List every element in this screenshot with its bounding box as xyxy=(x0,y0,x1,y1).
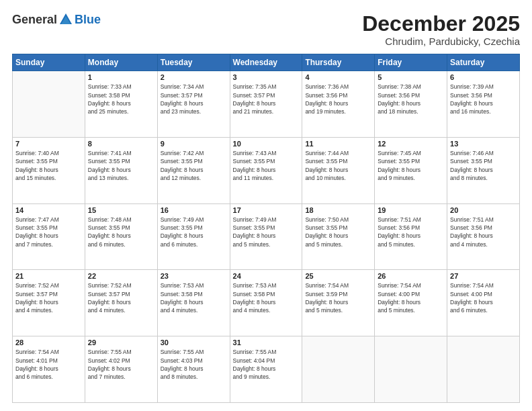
day-number: 28 xyxy=(15,338,82,347)
day-cell: 27Sunrise: 7:54 AMSunset: 4:00 PMDayligh… xyxy=(447,270,520,336)
logo-general: General xyxy=(12,13,57,27)
day-info: Sunrise: 7:54 AMSunset: 4:00 PMDaylight:… xyxy=(450,281,517,314)
day-cell xyxy=(13,71,85,138)
day-cell: 18Sunrise: 7:50 AMSunset: 3:55 PMDayligh… xyxy=(302,203,375,270)
day-number: 8 xyxy=(88,140,154,148)
logo-icon xyxy=(58,12,73,27)
day-number: 20 xyxy=(450,206,517,214)
location: Chrudim, Pardubicky, Czechia xyxy=(362,36,520,47)
day-cell: 15Sunrise: 7:48 AMSunset: 3:55 PMDayligh… xyxy=(85,203,157,270)
week-row-4: 21Sunrise: 7:52 AMSunset: 3:57 PMDayligh… xyxy=(13,270,520,336)
day-number: 21 xyxy=(15,272,82,280)
day-number: 19 xyxy=(378,206,444,214)
day-cell xyxy=(302,336,375,403)
day-number: 12 xyxy=(378,140,444,148)
week-row-5: 28Sunrise: 7:54 AMSunset: 4:01 PMDayligh… xyxy=(13,336,520,403)
day-number: 31 xyxy=(233,338,300,347)
day-number: 5 xyxy=(378,73,444,81)
day-number: 25 xyxy=(305,272,371,280)
day-number: 3 xyxy=(233,73,300,81)
week-row-1: 1Sunrise: 7:33 AMSunset: 3:58 PMDaylight… xyxy=(13,71,520,138)
day-info: Sunrise: 7:47 AMSunset: 3:55 PMDaylight:… xyxy=(15,216,82,248)
month-title: December 2025 xyxy=(362,12,520,36)
day-info: Sunrise: 7:48 AMSunset: 3:55 PMDaylight:… xyxy=(88,216,154,248)
day-info: Sunrise: 7:53 AMSunset: 3:58 PMDaylight:… xyxy=(233,281,300,314)
day-cell: 13Sunrise: 7:46 AMSunset: 3:55 PMDayligh… xyxy=(447,137,520,203)
day-info: Sunrise: 7:40 AMSunset: 3:55 PMDaylight:… xyxy=(15,149,82,182)
day-cell: 5Sunrise: 7:38 AMSunset: 3:56 PMDaylight… xyxy=(375,71,447,138)
day-info: Sunrise: 7:54 AMSunset: 4:01 PMDaylight:… xyxy=(15,348,82,381)
day-number: 15 xyxy=(88,206,154,214)
day-cell: 22Sunrise: 7:52 AMSunset: 3:57 PMDayligh… xyxy=(85,270,157,336)
day-info: Sunrise: 7:41 AMSunset: 3:55 PMDaylight:… xyxy=(88,149,154,182)
week-row-3: 14Sunrise: 7:47 AMSunset: 3:55 PMDayligh… xyxy=(13,203,520,270)
day-number: 29 xyxy=(88,338,154,347)
day-cell: 3Sunrise: 7:35 AMSunset: 3:57 PMDaylight… xyxy=(230,71,302,138)
col-thursday: Thursday xyxy=(302,54,375,71)
day-info: Sunrise: 7:33 AMSunset: 3:58 PMDaylight:… xyxy=(88,83,154,116)
day-cell: 28Sunrise: 7:54 AMSunset: 4:01 PMDayligh… xyxy=(13,336,85,403)
day-number: 13 xyxy=(450,140,517,148)
day-info: Sunrise: 7:39 AMSunset: 3:56 PMDaylight:… xyxy=(450,83,517,116)
day-cell: 7Sunrise: 7:40 AMSunset: 3:55 PMDaylight… xyxy=(13,137,85,203)
day-cell: 17Sunrise: 7:49 AMSunset: 3:55 PMDayligh… xyxy=(230,203,302,270)
day-cell: 1Sunrise: 7:33 AMSunset: 3:58 PMDaylight… xyxy=(85,71,157,138)
day-info: Sunrise: 7:55 AMSunset: 4:04 PMDaylight:… xyxy=(233,348,300,381)
logo-text: General Blue xyxy=(12,12,101,27)
day-cell: 10Sunrise: 7:43 AMSunset: 3:55 PMDayligh… xyxy=(230,137,302,203)
day-info: Sunrise: 7:43 AMSunset: 3:55 PMDaylight:… xyxy=(233,149,300,182)
day-cell: 19Sunrise: 7:51 AMSunset: 3:56 PMDayligh… xyxy=(375,203,447,270)
day-cell: 29Sunrise: 7:55 AMSunset: 4:02 PMDayligh… xyxy=(85,336,157,403)
day-number: 30 xyxy=(161,338,227,347)
day-cell xyxy=(375,336,447,403)
day-number: 23 xyxy=(161,272,227,280)
day-info: Sunrise: 7:53 AMSunset: 3:58 PMDaylight:… xyxy=(161,281,227,314)
day-cell: 21Sunrise: 7:52 AMSunset: 3:57 PMDayligh… xyxy=(13,270,85,336)
calendar-header-row: Sunday Monday Tuesday Wednesday Thursday… xyxy=(13,54,520,71)
day-cell: 14Sunrise: 7:47 AMSunset: 3:55 PMDayligh… xyxy=(13,203,85,270)
col-saturday: Saturday xyxy=(447,54,520,71)
day-info: Sunrise: 7:51 AMSunset: 3:56 PMDaylight:… xyxy=(450,216,517,248)
day-cell: 23Sunrise: 7:53 AMSunset: 3:58 PMDayligh… xyxy=(157,270,230,336)
day-number: 2 xyxy=(161,73,227,81)
day-cell: 26Sunrise: 7:54 AMSunset: 4:00 PMDayligh… xyxy=(375,270,447,336)
day-info: Sunrise: 7:50 AMSunset: 3:55 PMDaylight:… xyxy=(305,216,371,248)
page: General Blue December 2025 Chrudim, Pard… xyxy=(0,0,532,411)
col-friday: Friday xyxy=(375,54,447,71)
day-cell: 30Sunrise: 7:55 AMSunset: 4:03 PMDayligh… xyxy=(157,336,230,403)
day-cell: 2Sunrise: 7:34 AMSunset: 3:57 PMDaylight… xyxy=(157,71,230,138)
day-info: Sunrise: 7:45 AMSunset: 3:55 PMDaylight:… xyxy=(378,149,444,182)
day-number: 24 xyxy=(233,272,300,280)
day-info: Sunrise: 7:35 AMSunset: 3:57 PMDaylight:… xyxy=(233,83,300,116)
day-info: Sunrise: 7:54 AMSunset: 4:00 PMDaylight:… xyxy=(378,281,444,314)
day-cell: 6Sunrise: 7:39 AMSunset: 3:56 PMDaylight… xyxy=(447,71,520,138)
day-cell: 11Sunrise: 7:44 AMSunset: 3:55 PMDayligh… xyxy=(302,137,375,203)
day-number: 11 xyxy=(305,140,371,148)
day-info: Sunrise: 7:52 AMSunset: 3:57 PMDaylight:… xyxy=(15,281,82,314)
col-monday: Monday xyxy=(85,54,157,71)
day-cell: 4Sunrise: 7:36 AMSunset: 3:56 PMDaylight… xyxy=(302,71,375,138)
day-info: Sunrise: 7:54 AMSunset: 3:59 PMDaylight:… xyxy=(305,281,371,314)
day-info: Sunrise: 7:55 AMSunset: 4:03 PMDaylight:… xyxy=(161,348,227,381)
week-row-2: 7Sunrise: 7:40 AMSunset: 3:55 PMDaylight… xyxy=(13,137,520,203)
day-info: Sunrise: 7:44 AMSunset: 3:55 PMDaylight:… xyxy=(305,149,371,182)
day-info: Sunrise: 7:49 AMSunset: 3:55 PMDaylight:… xyxy=(161,216,227,248)
day-number: 9 xyxy=(161,140,227,148)
day-number: 27 xyxy=(450,272,517,280)
day-number: 18 xyxy=(305,206,371,214)
title-block: December 2025 Chrudim, Pardubicky, Czech… xyxy=(362,12,520,47)
day-number: 1 xyxy=(88,73,154,81)
day-info: Sunrise: 7:55 AMSunset: 4:02 PMDaylight:… xyxy=(88,348,154,381)
day-info: Sunrise: 7:34 AMSunset: 3:57 PMDaylight:… xyxy=(161,83,227,116)
day-number: 17 xyxy=(233,206,300,214)
header: General Blue December 2025 Chrudim, Pard… xyxy=(12,12,520,47)
day-cell: 16Sunrise: 7:49 AMSunset: 3:55 PMDayligh… xyxy=(157,203,230,270)
day-info: Sunrise: 7:36 AMSunset: 3:56 PMDaylight:… xyxy=(305,83,371,116)
day-cell xyxy=(447,336,520,403)
logo-blue: Blue xyxy=(75,13,101,27)
day-number: 14 xyxy=(15,206,82,214)
day-info: Sunrise: 7:38 AMSunset: 3:56 PMDaylight:… xyxy=(378,83,444,116)
calendar-table: Sunday Monday Tuesday Wednesday Thursday… xyxy=(12,54,520,403)
day-number: 4 xyxy=(305,73,371,81)
col-wednesday: Wednesday xyxy=(230,54,302,71)
